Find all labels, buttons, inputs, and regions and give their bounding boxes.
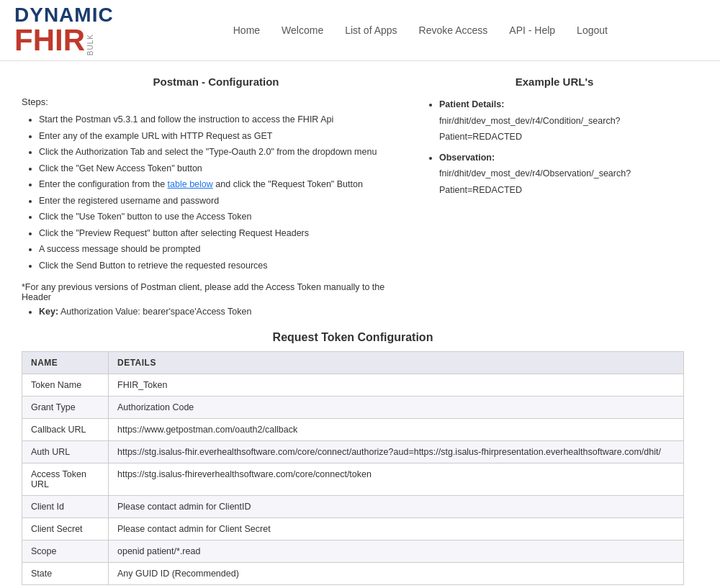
table-body: Token Name FHIR_Token Grant Type Authori…	[22, 374, 684, 585]
row-details-callback-url: https://www.getpostman.com/oauth2/callba…	[109, 419, 684, 441]
row-name-grant-type: Grant Type	[22, 397, 109, 419]
postman-config-section: Postman - Configuration Steps: Start the…	[22, 76, 410, 317]
nav-api-help[interactable]: API - Help	[509, 24, 555, 36]
step-6: Enter the registered username and passwo…	[39, 193, 410, 209]
nav-welcome[interactable]: Welcome	[282, 24, 323, 36]
logo-bulk: BULK	[86, 34, 94, 55]
top-section: Postman - Configuration Steps: Start the…	[22, 76, 684, 317]
step-4: Click the "Get New Access Token" button	[39, 160, 410, 177]
table-row: Scope openid patient/*.read	[22, 540, 684, 563]
row-name-state: State	[22, 563, 109, 585]
step-7: Click the "Use Token" button to use the …	[39, 209, 410, 225]
step-10: Click the Send Button to retrieve the re…	[39, 258, 410, 274]
table-row: Client Id Please contact admin for Clien…	[22, 496, 684, 518]
postman-note: *For any previous versions of Postman cl…	[22, 282, 410, 302]
logo-dynamic: DYNAMIC	[14, 5, 114, 25]
table-row: Client Secret Please contact admin for C…	[22, 518, 684, 540]
row-name-scope: Scope	[22, 540, 109, 563]
row-name-auth-url: Auth URL	[22, 441, 109, 463]
url-item-observation: Observation: fnir/dhit/dev_most_dev/r4/O…	[439, 150, 684, 199]
steps-list: Start the Postman v5.3.1 and follow the …	[22, 112, 410, 273]
row-details-state: Any GUID ID (Recommended)	[109, 563, 684, 585]
table-below-link[interactable]: table below	[168, 179, 213, 189]
row-name-access-token-url: Access Token URL	[22, 463, 109, 496]
config-table: NAME DETAILS Token Name FHIR_Token Grant…	[22, 351, 684, 585]
table-row: Callback URL https://www.getpostman.com/…	[22, 419, 684, 441]
table-row: State Any GUID ID (Recommended)	[22, 563, 684, 585]
row-details-token-name: FHIR_Token	[109, 374, 684, 397]
row-details-auth-url: https://stg.isalus-fhir.everhealthsoftwa…	[109, 441, 684, 463]
logo-fhir: FHIR	[14, 25, 85, 55]
row-details-client-secret: Please contact admin for Client Secret	[109, 518, 684, 540]
example-urls-section: Example URL's Patient Details: fnir/dhit…	[425, 76, 684, 317]
postman-title: Postman - Configuration	[22, 76, 410, 88]
step-9: A success message should be prompted	[39, 241, 410, 258]
nav-list-of-apps[interactable]: List of Apps	[345, 24, 397, 36]
table-header-row: NAME DETAILS	[22, 352, 684, 374]
step-3: Click the Authorization Tab and select t…	[39, 144, 410, 160]
col-header-name: NAME	[22, 352, 109, 374]
table-row: Access Token URL https://stg.isalus-fhir…	[22, 463, 684, 496]
step-8: Click the "Preview Request" button after…	[39, 225, 410, 242]
row-details-client-id: Please contact admin for ClientID	[109, 496, 684, 518]
row-details-grant-type: Authorization Code	[109, 397, 684, 419]
col-header-details: DETAILS	[109, 352, 684, 374]
table-row: Auth URL https://stg.isalus-fhir.everhea…	[22, 441, 684, 463]
row-name-callback-url: Callback URL	[22, 419, 109, 441]
url-list: Patient Details: fnir/dhit/dev_most_dev/…	[425, 96, 684, 198]
nav-logout[interactable]: Logout	[577, 24, 608, 36]
row-name-token-name: Token Name	[22, 374, 109, 397]
row-name-client-id: Client Id	[22, 496, 109, 518]
row-name-client-secret: Client Secret	[22, 518, 109, 540]
navbar: DYNAMIC FHIR BULK Home Welcome List of A…	[0, 0, 720, 61]
logo: DYNAMIC FHIR BULK	[14, 5, 114, 55]
nav-home[interactable]: Home	[233, 24, 260, 36]
step-5: Enter the configuration from the table b…	[39, 176, 410, 193]
main-nav: Home Welcome List of Apps Revoke Access …	[135, 24, 706, 36]
row-details-access-token-url: https://stg.isalus-fhireverhealthsoftwar…	[109, 463, 684, 496]
table-title: Request Token Configuration	[22, 331, 684, 344]
key-list: Key: Authorization Value: bearer'space'A…	[22, 307, 410, 317]
table-row: Grant Type Authorization Code	[22, 397, 684, 419]
steps-label: Steps:	[22, 96, 410, 107]
url-item-patient: Patient Details: fnir/dhit/dev_most_dev/…	[439, 96, 684, 145]
step-2: Enter any of the example URL with HTTP R…	[39, 128, 410, 145]
row-details-scope: openid patient/*.read	[109, 540, 684, 563]
nav-revoke-access[interactable]: Revoke Access	[419, 24, 488, 36]
table-row: Token Name FHIR_Token	[22, 374, 684, 397]
example-urls-title: Example URL's	[425, 76, 684, 88]
step-1: Start the Postman v5.3.1 and follow the …	[39, 112, 410, 128]
main-content: Postman - Configuration Steps: Start the…	[0, 61, 706, 588]
key-item: Key: Authorization Value: bearer'space'A…	[39, 307, 410, 317]
